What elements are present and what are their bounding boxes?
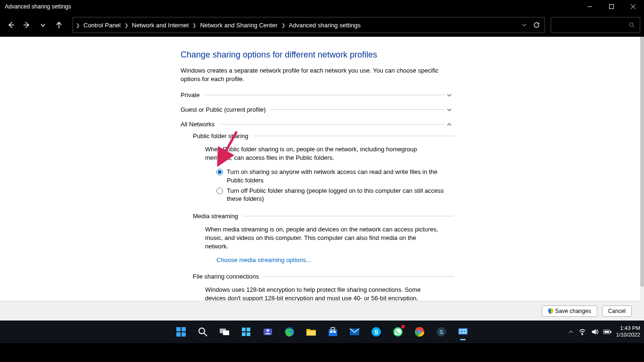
start-button[interactable]	[172, 322, 190, 341]
svg-point-40	[463, 330, 465, 332]
volume-icon[interactable]	[591, 328, 598, 336]
chevron-up-icon	[445, 122, 454, 127]
svg-rect-10	[182, 332, 186, 337]
section-label: All Networks	[181, 121, 219, 128]
radio-public-sharing-off[interactable]: Turn off Public folder sharing (people l…	[216, 187, 451, 203]
section-label: Private	[181, 91, 204, 99]
subsection-description: When Public folder sharing is on, people…	[205, 145, 441, 162]
subsection-label: Public folder sharing	[193, 132, 253, 140]
edge-icon[interactable]	[280, 322, 299, 341]
tray-overflow-icon[interactable]	[568, 329, 574, 335]
chrome-icon[interactable]	[410, 322, 429, 341]
svg-rect-9	[176, 332, 181, 337]
content-area: Change sharing options for different net…	[0, 37, 644, 321]
svg-rect-22	[306, 331, 316, 336]
wifi-icon[interactable]	[578, 328, 586, 336]
breadcrumb-item[interactable]: Control Panel	[82, 22, 123, 29]
titlebar: Advanced sharing settings	[0, 0, 644, 13]
system-tray: 1:43 PM 1/10/2022	[568, 325, 640, 338]
widgets-button[interactable]	[237, 322, 256, 341]
section-all-networks[interactable]: All Networks	[181, 121, 454, 128]
svg-rect-26	[333, 331, 336, 333]
recent-button[interactable]	[36, 18, 50, 32]
subsection-public-folder-sharing: Public folder sharing When Public folder…	[193, 132, 454, 203]
svg-point-20	[267, 329, 269, 332]
svg-rect-8	[182, 327, 186, 331]
svg-text:S: S	[374, 329, 379, 336]
maximize-button[interactable]	[601, 0, 622, 13]
svg-rect-16	[247, 328, 250, 331]
svg-rect-15	[242, 328, 246, 331]
section-guest-public[interactable]: Guest or Public (current profile)	[181, 106, 454, 113]
search-button[interactable]	[193, 322, 212, 341]
svg-rect-17	[242, 332, 246, 336]
notification-badge-icon	[401, 324, 405, 329]
chevron-down-icon	[445, 107, 454, 113]
task-view-button[interactable]	[215, 322, 234, 341]
svg-rect-25	[330, 331, 332, 333]
cancel-button[interactable]: Cancel	[602, 305, 632, 317]
svg-rect-38	[459, 329, 467, 334]
media-streaming-options-link[interactable]: Choose media streaming options...	[216, 256, 454, 263]
section-private[interactable]: Private	[181, 91, 454, 99]
store-icon[interactable]	[323, 322, 342, 341]
svg-rect-7	[176, 327, 181, 331]
svg-point-4	[629, 23, 633, 26]
subsection-label: Media streaming	[193, 213, 243, 220]
svg-rect-18	[247, 332, 250, 336]
page-title: Change sharing options for different net…	[181, 50, 633, 60]
taskbar: S S 1:43 PM 1/10/2022	[0, 321, 644, 343]
svg-rect-44	[610, 331, 611, 333]
radio-public-sharing-on[interactable]: Turn on sharing so anyone with network a…	[216, 168, 451, 184]
search-box[interactable]	[551, 17, 640, 33]
breadcrumb-item[interactable]: Advanced sharing settings	[287, 22, 363, 29]
section-label: Guest or Public (current profile)	[181, 106, 271, 113]
mail-icon[interactable]	[345, 322, 364, 341]
svg-rect-43	[604, 331, 609, 333]
chevron-right-icon: ❯	[76, 23, 80, 28]
subsection-description: When media streaming is on, people and d…	[205, 225, 441, 251]
footer-bar: Save changes Cancel	[0, 301, 640, 321]
teams-icon[interactable]	[258, 322, 277, 341]
skype-icon[interactable]: S	[367, 322, 386, 341]
radio-icon	[216, 169, 223, 175]
chevron-right-icon: ❯	[281, 23, 285, 28]
svg-text:S: S	[439, 329, 443, 336]
minimize-button[interactable]	[579, 0, 601, 13]
clock[interactable]: 1:43 PM 1/10/2022	[616, 325, 640, 338]
chevron-down-icon	[445, 92, 454, 98]
chevron-right-icon: ❯	[192, 23, 196, 28]
navbar: ❯ Control Panel ❯ Network and Internet ❯…	[0, 13, 644, 37]
breadcrumb-item[interactable]: Network and Sharing Center	[198, 22, 279, 29]
svg-rect-24	[331, 328, 335, 330]
shield-icon	[548, 308, 553, 314]
subsection-label: File sharing connections	[193, 273, 264, 280]
whatsapp-icon[interactable]	[388, 322, 407, 341]
file-explorer-icon[interactable]	[302, 322, 321, 341]
back-button[interactable]	[4, 18, 18, 32]
address-bar[interactable]: ❯ Control Panel ❯ Network and Internet ❯…	[73, 17, 545, 33]
close-button[interactable]	[622, 0, 644, 13]
up-button[interactable]	[52, 18, 66, 32]
svg-line-12	[204, 333, 207, 336]
app-icon[interactable]: S	[432, 322, 451, 341]
breadcrumb-item[interactable]: Network and Internet	[130, 22, 191, 29]
vertical-scrollbar[interactable]	[640, 37, 644, 321]
svg-rect-14	[223, 330, 229, 335]
svg-rect-1	[610, 5, 614, 9]
page-description: Windows creates a separate network profi…	[181, 66, 445, 83]
svg-line-5	[633, 26, 635, 28]
subsection-media-streaming: Media streaming When media streaming is …	[193, 213, 454, 264]
svg-point-41	[582, 334, 583, 335]
svg-rect-23	[329, 329, 337, 336]
svg-point-39	[461, 330, 462, 332]
svg-point-34	[418, 330, 421, 333]
refresh-icon[interactable]	[531, 22, 542, 28]
svg-point-11	[199, 328, 205, 334]
chevron-down-icon[interactable]	[519, 22, 529, 28]
battery-icon[interactable]	[603, 329, 611, 335]
control-panel-icon[interactable]	[454, 322, 472, 341]
forward-button[interactable]	[20, 18, 34, 32]
window-title: Advanced sharing settings	[0, 3, 579, 10]
save-changes-button[interactable]: Save changes	[542, 305, 597, 317]
